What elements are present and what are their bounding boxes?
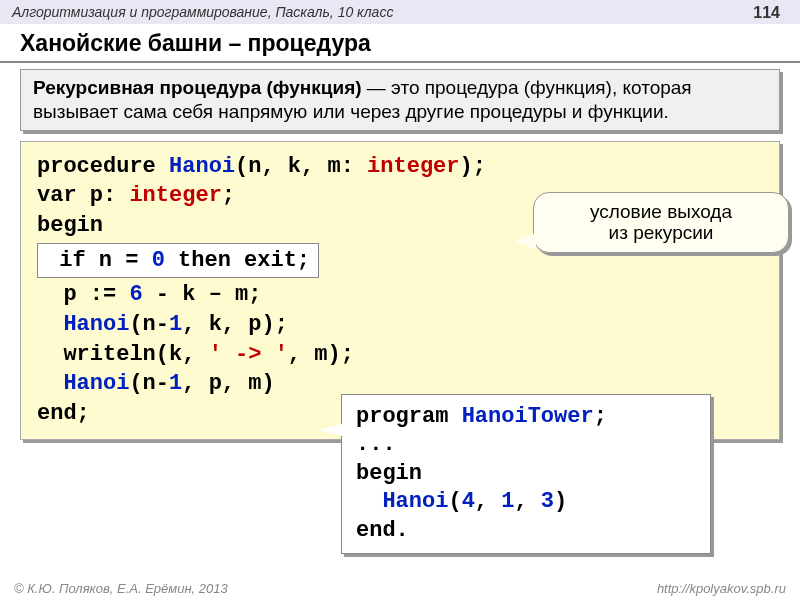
- definition-box: Рекурсивная процедура (функция) — это пр…: [20, 69, 780, 131]
- pn1: 4: [462, 489, 475, 514]
- params: (n, k, m:: [235, 154, 367, 179]
- type-integer2: integer: [129, 183, 221, 208]
- recursion-exit-callout: условие выхода из рекурсии: [533, 192, 789, 254]
- str-arrow: ' -> ': [209, 342, 288, 367]
- c2b: , p, m): [182, 371, 274, 396]
- slide-title: Ханойские башни – процедура: [0, 24, 800, 63]
- footer-url: http://kpolyakov.spb.ru: [657, 581, 786, 596]
- var-decl: p:: [77, 183, 130, 208]
- call-hanoi1: Hanoi: [63, 312, 129, 337]
- kw-procedure: procedure: [37, 154, 169, 179]
- pc1: ,: [475, 489, 501, 514]
- c1a: (n-: [129, 312, 169, 337]
- num-zero: 0: [152, 248, 165, 273]
- course-title: Алгоритмизация и программирование, Паска…: [12, 4, 393, 20]
- assign-rest: - k – m;: [143, 282, 262, 307]
- prog-name: HanoiTower: [462, 404, 594, 429]
- pa: (: [448, 489, 461, 514]
- cond-mid: n =: [86, 248, 152, 273]
- definition-term: Рекурсивная процедура (функция): [33, 77, 362, 98]
- num-1b: 1: [169, 371, 182, 396]
- slide-header: Алгоритмизация и программирование, Паска…: [0, 0, 800, 24]
- prog-begin: begin: [356, 460, 696, 489]
- prog-end: end.: [356, 517, 696, 546]
- kw-var: var: [37, 183, 77, 208]
- pb: ): [554, 489, 567, 514]
- fn-name: Hanoi: [169, 154, 235, 179]
- c1b: , k, p);: [182, 312, 288, 337]
- kw-program: program: [356, 404, 462, 429]
- kw-if: if: [59, 248, 85, 273]
- callout-line1: условие выхода: [546, 201, 776, 223]
- pc2: ,: [514, 489, 540, 514]
- c2a: (n-: [129, 371, 169, 396]
- pn2: 1: [501, 489, 514, 514]
- slide-footer: © К.Ю. Поляков, Е.А. Ерёмин, 2013 http:/…: [0, 581, 800, 596]
- writeln: writeln(k,: [63, 342, 208, 367]
- prog-semi: ;: [594, 404, 607, 429]
- num-6: 6: [129, 282, 142, 307]
- copyright: © К.Ю. Поляков, Е.А. Ерёмин, 2013: [14, 581, 228, 596]
- writeln-end: , m);: [288, 342, 354, 367]
- pn3: 3: [541, 489, 554, 514]
- assign-p: p :=: [63, 282, 129, 307]
- procedure-code: procedure Hanoi(n, k, m: integer); var p…: [20, 141, 780, 440]
- num-1a: 1: [169, 312, 182, 337]
- exit-condition-box: if n = 0 then exit;: [37, 243, 319, 279]
- page-number: 114: [753, 4, 780, 22]
- prog-dots: ...: [356, 431, 696, 460]
- paren-close: );: [460, 154, 486, 179]
- callout-tail-icon: [514, 233, 536, 249]
- prog-call: Hanoi: [382, 489, 448, 514]
- code-area: procedure Hanoi(n, k, m: integer); var p…: [20, 141, 780, 440]
- program-tail-icon: [318, 424, 342, 436]
- callout-line2: из рекурсии: [546, 222, 776, 244]
- kw-then-exit: then exit;: [165, 248, 310, 273]
- type-integer: integer: [367, 154, 459, 179]
- semi: ;: [222, 183, 235, 208]
- call-hanoi2: Hanoi: [63, 371, 129, 396]
- program-block: program HanoiTower; ... begin Hanoi(4, 1…: [341, 394, 711, 555]
